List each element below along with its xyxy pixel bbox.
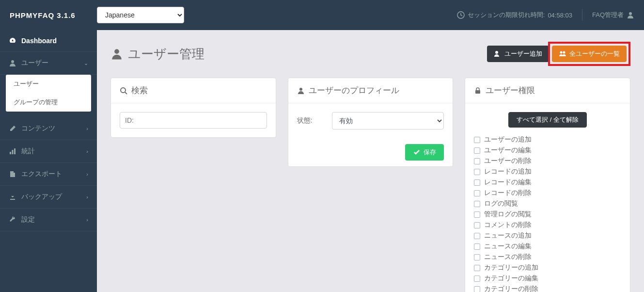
highlight-box: 全ユーザーの一覧	[548, 42, 630, 66]
svg-point-6	[114, 49, 119, 54]
permission-item[interactable]: カテゴリーの追加	[474, 262, 621, 273]
status-select[interactable]: 有効	[332, 112, 444, 130]
status-label: 状態:	[297, 116, 326, 125]
permission-label: ニュースの追加	[484, 231, 532, 240]
checkbox[interactable]	[474, 243, 480, 250]
nav-dashboard[interactable]: Dashboard	[0, 30, 97, 52]
permission-item[interactable]: ニュースの追加	[474, 230, 621, 241]
session-info: セッションの期限切れ時間: 04:58:03	[457, 11, 572, 19]
svg-point-2	[11, 60, 14, 63]
checkbox[interactable]	[474, 276, 480, 282]
permission-item[interactable]: コメントの削除	[474, 220, 621, 230]
permission-label: レコードの編集	[484, 178, 532, 187]
status-row: 状態: 有効	[297, 112, 444, 130]
checkbox[interactable]	[474, 137, 480, 143]
add-user-button[interactable]: ユーザー追加	[487, 46, 549, 62]
permission-label: ユーザーの追加	[484, 135, 532, 144]
all-users-button[interactable]: 全ユーザーの一覧	[552, 46, 627, 62]
svg-rect-3	[10, 152, 11, 154]
checkbox[interactable]	[474, 147, 480, 154]
svg-point-10	[121, 88, 126, 93]
card-header: 検索	[111, 78, 276, 103]
permission-label: カテゴリーの編集	[484, 274, 538, 283]
nav-label: バックアップ	[21, 193, 62, 201]
checkbox[interactable]	[474, 222, 480, 228]
nav-export[interactable]: エクスポート ›	[0, 163, 97, 186]
checkbox[interactable]	[474, 201, 480, 207]
nav-contents[interactable]: コンテンツ ›	[0, 117, 97, 140]
wrench-icon	[9, 216, 16, 224]
submenu-groups[interactable]: グループの管理	[6, 93, 91, 112]
search-icon	[120, 87, 127, 95]
nav-users[interactable]: ユーザー ⌄	[0, 52, 97, 75]
chevron-right-icon: ›	[86, 171, 88, 177]
clock-icon	[457, 11, 465, 19]
session-value: 04:58:03	[548, 12, 572, 19]
permission-item[interactable]: ユーザーの追加	[474, 134, 621, 145]
permissions-card: ユーザー権限 すべて選択 / 全て解除 ユーザーの追加ユーザーの編集ユーザーの削…	[465, 78, 630, 292]
user-plus-icon	[494, 50, 502, 58]
permission-item[interactable]: ニュースの削除	[474, 252, 621, 262]
svg-point-7	[495, 51, 498, 54]
permissions-list: ユーザーの追加ユーザーの編集ユーザーの削除レコードの追加レコードの編集レコードの…	[474, 134, 621, 292]
checkbox[interactable]	[474, 190, 480, 196]
svg-rect-12	[475, 90, 480, 94]
user-icon	[110, 48, 123, 60]
profile-card: ユーザーのプロフィール 状態: 有効 保存	[288, 78, 454, 167]
permission-item[interactable]: ニュースの編集	[474, 241, 621, 252]
svg-rect-5	[14, 148, 16, 154]
checkbox[interactable]	[474, 169, 480, 175]
lock-icon	[474, 87, 482, 95]
svg-point-1	[629, 12, 632, 15]
checkbox[interactable]	[474, 265, 480, 271]
permission-label: ユーザーの削除	[484, 157, 532, 165]
divider	[582, 9, 582, 21]
stats-icon	[9, 147, 16, 155]
permission-item[interactable]: ユーザーの削除	[474, 156, 621, 166]
checkbox[interactable]	[474, 254, 480, 260]
permission-label: レコードの追加	[484, 167, 532, 176]
permission-label: カテゴリーの追加	[484, 263, 538, 272]
permission-item[interactable]: ユーザーの編集	[474, 145, 621, 156]
permission-label: レコードの削除	[484, 189, 532, 197]
check-icon	[413, 148, 421, 156]
save-button[interactable]: 保存	[405, 144, 444, 161]
language-select[interactable]: Japanese	[97, 7, 184, 23]
checkbox[interactable]	[474, 179, 480, 186]
permission-label: コメントの削除	[484, 221, 532, 229]
permission-item[interactable]: ログの閲覧	[474, 198, 621, 209]
permission-item[interactable]: レコードの編集	[474, 177, 621, 188]
permission-item[interactable]: 管理ログの閲覧	[474, 209, 621, 220]
submenu: ユーザー グループの管理	[6, 75, 91, 112]
nav-backup[interactable]: バックアップ ›	[0, 186, 97, 209]
user-icon	[9, 59, 16, 67]
chevron-right-icon: ›	[86, 217, 88, 223]
admin-link[interactable]: FAQ管理者	[592, 11, 634, 19]
permission-label: ニュースの編集	[484, 242, 532, 251]
session-label: セッションの期限切れ時間:	[468, 11, 545, 19]
permission-item[interactable]: レコードの追加	[474, 166, 621, 177]
cards-row: 検索 ユーザーのプロフィール 状態: 有効	[110, 78, 630, 292]
permission-item[interactable]: カテゴリーの編集	[474, 273, 621, 284]
nav-stats[interactable]: 統計 ›	[0, 140, 97, 163]
download-icon	[9, 193, 16, 201]
permission-label: ユーザーの編集	[484, 146, 532, 155]
nav-label: 設定	[21, 215, 35, 224]
sidebar: Dashboard ユーザー ⌄ ユーザー グループの管理 コンテンツ › 統計…	[0, 30, 97, 292]
toggle-all-button[interactable]: すべて選択 / 全て解除	[508, 112, 587, 128]
chevron-right-icon: ›	[86, 194, 88, 200]
nav-settings[interactable]: 設定 ›	[0, 209, 97, 231]
file-icon	[9, 170, 16, 178]
permission-label: 管理ログの閲覧	[484, 210, 532, 219]
topbar: PHPMYFAQ 3.1.6 Japanese セッションの期限切れ時間: 04…	[0, 0, 644, 30]
permission-item[interactable]: カテゴリーの削除	[474, 284, 621, 292]
checkbox[interactable]	[474, 286, 480, 292]
chevron-right-icon: ›	[86, 126, 88, 131]
permission-label: カテゴリーの削除	[484, 285, 538, 292]
checkbox[interactable]	[474, 233, 480, 239]
id-input[interactable]	[120, 112, 267, 129]
submenu-users[interactable]: ユーザー	[6, 75, 91, 93]
permission-item[interactable]: レコードの削除	[474, 188, 621, 198]
checkbox[interactable]	[474, 158, 480, 164]
checkbox[interactable]	[474, 211, 480, 218]
